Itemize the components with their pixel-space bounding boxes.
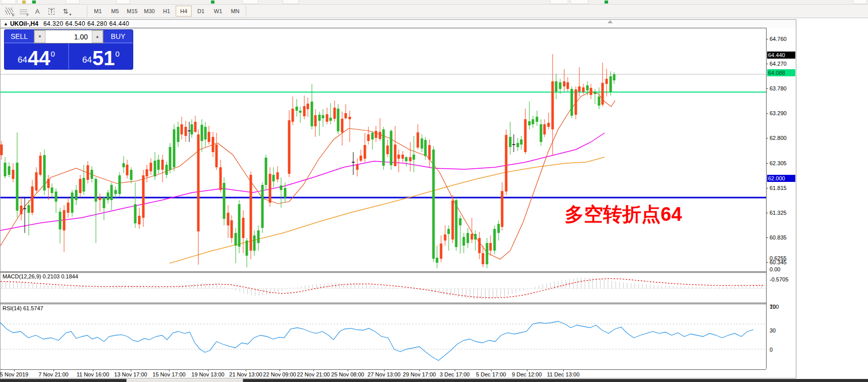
macd-indicator-canvas[interactable]: [1, 272, 766, 303]
price-tick-label: 64.270: [770, 61, 798, 67]
price-tick: [766, 213, 768, 213]
time-label: 22 Nov 09:00: [263, 371, 296, 377]
sell-button[interactable]: SELL: [5, 30, 34, 43]
price-tick: [766, 64, 768, 64]
scrollbar-thumb[interactable]: [126, 379, 243, 382]
toolbar-button-partial[interactable]: [283, 0, 299, 4]
toolbar-button-partial[interactable]: [570, 0, 588, 4]
time-label: 22 Nov 21:00: [297, 371, 330, 377]
chart-scrollbar[interactable]: [0, 379, 868, 382]
cycle-lines-icon[interactable]: E: [3, 6, 16, 17]
timeframe-button-m15[interactable]: M15: [124, 6, 140, 17]
yellow-indicator-dot: [22, 1, 26, 4]
time-label: 11 Nov 16:00: [77, 371, 110, 377]
time-axis[interactable]: 5 Nov 20197 Nov 21:0011 Nov 16:0013 Nov …: [1, 369, 766, 379]
collapse-triangle-icon[interactable]: ▲: [4, 21, 8, 26]
upper-toolbar-sliver: [0, 0, 868, 5]
chart-symbol-title: UKOil-,H4: [10, 20, 38, 27]
time-label: 25 Nov 08:00: [331, 371, 364, 377]
buy-price-prefix: 64: [82, 55, 92, 65]
time-label: 5 Nov 2019: [0, 371, 28, 377]
rsi-label: RSI(14) 61.5747: [3, 305, 43, 311]
price-tick: [766, 113, 768, 114]
time-label: 15 Nov 17:00: [152, 371, 185, 377]
timeframe-button-m1[interactable]: M1: [90, 6, 106, 17]
price-badge: 64.440: [767, 52, 795, 59]
arrows-object-icon[interactable]: ⇅▾: [59, 6, 72, 17]
timeframe-button-h1[interactable]: H1: [158, 6, 175, 17]
sell-price-prefix: 64: [18, 55, 27, 65]
one-click-trading-panel: SELL ▼ ▲ BUY 64440 64510: [5, 30, 133, 69]
rsi-axis-label: 0: [770, 347, 798, 353]
rsi-axis-label: 30: [770, 327, 798, 333]
text-label-icon[interactable]: A: [31, 6, 44, 17]
price-tick-label: 60.835: [770, 234, 798, 241]
time-label: 9 Dec 12:00: [512, 371, 541, 377]
price-tick-label: 63.780: [770, 85, 798, 91]
price-axis-separator: [766, 28, 767, 369]
price-badge: 64.088: [767, 69, 795, 76]
fibo-grid-icon[interactable]: F: [17, 6, 30, 17]
main-panel-bottom-border: [1, 271, 766, 272]
macd-panel-bottom-border: [1, 303, 766, 303]
macd-label: MACD(12,26,9) 0.2103 0.1844: [3, 273, 78, 279]
timeframe-button-d1[interactable]: D1: [193, 6, 209, 17]
price-tick: [766, 237, 768, 238]
scroll-to-end-marker[interactable]: [608, 20, 613, 23]
toolbar-button-partial[interactable]: [550, 0, 568, 4]
time-label: 11 Dec 13:00: [547, 371, 580, 377]
timeframe-button-m5[interactable]: M5: [107, 6, 123, 17]
price-tick-label: 64.760: [770, 36, 798, 42]
toolbar-separator: [87, 6, 87, 17]
price-tick-label: 62.800: [770, 135, 798, 141]
buy-button[interactable]: BUY: [103, 30, 133, 43]
timeframe-group: M1M5M15M30H1H4D1W1MN: [85, 5, 248, 18]
time-label: 29 Nov 17:00: [403, 371, 436, 377]
chart-window: ▲ UKOil-,H4 64.320 64.540 64.280 64.440 …: [0, 19, 796, 378]
toolbar-button-partial[interactable]: [242, 0, 258, 4]
rsi-axis-label: 70: [770, 304, 798, 310]
toolbar-button-partial[interactable]: [116, 0, 130, 4]
green-indicator-dot: [211, 1, 214, 4]
buy-price-quote[interactable]: 64510: [69, 43, 133, 69]
mt4-terminal: EFAT⇅▾ M1M5M15M30H1H4D1W1MN ▲ UKOil-,H4 …: [0, 0, 868, 382]
chart-title-bar[interactable]: ▲ UKOil-,H4 64.320 64.540 64.280 64.440: [1, 20, 796, 28]
volume-decrease-button[interactable]: ▼: [34, 30, 45, 43]
text-box-icon[interactable]: T: [45, 6, 58, 17]
toolbar-button-partial[interactable]: [1, 0, 16, 4]
rsi-indicator-canvas[interactable]: [1, 304, 766, 369]
sell-price-quote[interactable]: 64440: [5, 43, 68, 69]
price-tick-label: 63.290: [770, 110, 798, 116]
price-tick: [766, 88, 768, 89]
macd-axis-label: -0.5705: [770, 276, 798, 282]
price-tick-label: 61.815: [770, 185, 798, 191]
price-tick: [766, 262, 768, 263]
macd-axis-label: 0.6255: [770, 255, 798, 261]
price-badge: 62.000: [767, 175, 795, 182]
timeframe-button-w1[interactable]: W1: [210, 6, 226, 17]
volume-increase-button[interactable]: ▲: [92, 30, 103, 43]
toolbar-button-partial[interactable]: [66, 0, 80, 4]
time-label: 27 Nov 13:00: [367, 371, 400, 377]
price-tick-label: 61.325: [770, 210, 798, 216]
price-tick: [766, 163, 768, 164]
volume-input[interactable]: [45, 30, 92, 43]
price-tick: [766, 39, 768, 39]
time-label: 13 Nov 17:00: [114, 371, 147, 377]
time-label: 3 Dec 17:00: [440, 371, 469, 377]
timeframe-button-h4[interactable]: H4: [176, 6, 192, 17]
drawing-tools-group: EFAT⇅▾: [2, 5, 73, 18]
chart-toolbar: EFAT⇅▾ M1M5M15M30H1H4D1W1MN: [0, 5, 868, 18]
timeframe-button-m30[interactable]: M30: [141, 6, 157, 17]
price-tick: [766, 138, 768, 138]
green-indicator-dot: [32, 1, 36, 4]
timeframe-button-mn[interactable]: MN: [227, 6, 243, 17]
price-tick-label: 62.305: [770, 160, 798, 166]
toolbar-button-partial[interactable]: [853, 0, 867, 4]
green-indicator-dot: [605, 1, 608, 4]
price-tick: [766, 188, 768, 188]
time-label: 5 Dec 17:00: [476, 371, 506, 377]
macd-axis-label: 0.00: [770, 266, 798, 272]
volume-spinner: ▼ ▲: [34, 30, 103, 43]
time-label: 7 Nov 21:00: [38, 371, 68, 377]
